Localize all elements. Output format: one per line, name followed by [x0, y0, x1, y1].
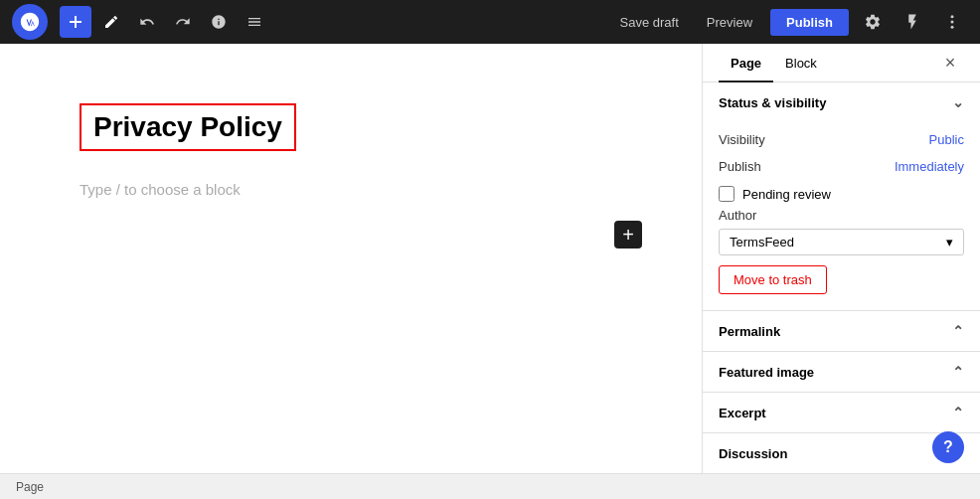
sidebar-tabs: Page Block ×	[703, 44, 980, 83]
chevron-down-icon-permalink: ⌃	[952, 323, 964, 339]
info-icon	[211, 14, 227, 30]
author-label: Author	[719, 208, 964, 223]
section-excerpt: Excerpt ⌃	[703, 393, 980, 433]
chevron-down-icon-excerpt: ⌃	[952, 405, 964, 420]
sidebar: Page Block × Status & visibility ⌄ Visib…	[702, 44, 980, 473]
section-status-visibility-body: Visibility Public Publish Immediately Pe…	[703, 122, 980, 310]
svg-rect-1	[70, 21, 82, 23]
visibility-label: Visibility	[719, 132, 765, 147]
section-excerpt-header[interactable]: Excerpt ⌃	[703, 393, 980, 432]
svg-point-2	[951, 15, 954, 18]
chevron-up-icon: ⌄	[952, 94, 964, 110]
lightning-button[interactable]	[897, 6, 928, 38]
section-excerpt-label: Excerpt	[719, 406, 766, 420]
status-bar: Page	[0, 473, 980, 499]
add-block-inline-button[interactable]: +	[614, 221, 642, 249]
wp-logo	[12, 4, 48, 40]
wordpress-icon	[19, 11, 41, 33]
info-button[interactable]	[203, 6, 235, 38]
publish-button[interactable]: Publish	[770, 9, 849, 36]
redo-button[interactable]	[167, 6, 199, 38]
section-discussion-label: Discussion	[719, 446, 787, 461]
section-permalink-label: Permalink	[719, 324, 780, 339]
add-block-button[interactable]	[60, 6, 91, 38]
chevron-down-icon-featured: ⌃	[952, 364, 964, 380]
edit-button[interactable]	[95, 6, 127, 38]
pending-review-label: Pending review	[742, 187, 831, 202]
ellipsis-icon	[943, 13, 961, 31]
visibility-row: Visibility Public	[719, 126, 964, 153]
settings-button[interactable]	[857, 6, 889, 38]
lightning-icon	[903, 13, 921, 31]
list-view-button[interactable]	[239, 6, 270, 38]
author-value: TermsFeed	[730, 235, 794, 250]
svg-point-3	[951, 21, 954, 24]
section-status-visibility: Status & visibility ⌄ Visibility Public …	[703, 83, 980, 311]
plus-icon	[68, 14, 83, 30]
more-options-button[interactable]	[936, 6, 968, 38]
block-placeholder[interactable]: Type / to choose a block	[80, 181, 622, 198]
section-featured-image: Featured image ⌃	[703, 352, 980, 393]
pending-review-checkbox[interactable]	[719, 186, 735, 202]
section-featured-image-label: Featured image	[719, 365, 814, 380]
section-status-visibility-header[interactable]: Status & visibility ⌄	[703, 83, 980, 122]
author-dropdown-icon: ▾	[946, 235, 953, 250]
move-to-trash-button[interactable]: Move to trash	[719, 265, 827, 294]
visibility-value[interactable]: Public	[929, 132, 964, 147]
gear-icon	[864, 13, 882, 31]
toolbar: Save draft Preview Publish	[0, 0, 980, 44]
editor-area[interactable]: Privacy Policy Type / to choose a block …	[0, 44, 702, 473]
page-title[interactable]: Privacy Policy	[80, 103, 296, 151]
section-permalink-header[interactable]: Permalink ⌃	[703, 311, 980, 351]
undo-icon	[139, 14, 155, 30]
publish-label: Publish	[719, 159, 761, 174]
publish-row: Publish Immediately	[719, 153, 964, 180]
pencil-icon	[103, 14, 119, 30]
section-status-visibility-label: Status & visibility	[719, 95, 826, 110]
toolbar-right: Save draft Preview Publish	[610, 6, 968, 38]
publish-value[interactable]: Immediately	[895, 159, 964, 174]
section-featured-image-header[interactable]: Featured image ⌃	[703, 352, 980, 392]
status-bar-label: Page	[16, 480, 44, 494]
svg-point-4	[951, 26, 954, 29]
redo-icon	[175, 14, 191, 30]
help-button[interactable]: ?	[932, 431, 964, 463]
section-permalink: Permalink ⌃	[703, 311, 980, 352]
list-icon	[246, 14, 262, 30]
tab-block[interactable]: Block	[773, 44, 829, 83]
preview-button[interactable]: Preview	[697, 9, 762, 36]
undo-button[interactable]	[131, 6, 163, 38]
sidebar-close-button[interactable]: ×	[936, 49, 964, 77]
main-layout: Privacy Policy Type / to choose a block …	[0, 44, 980, 473]
pending-review-row: Pending review	[719, 180, 964, 208]
author-select[interactable]: TermsFeed ▾	[719, 229, 964, 255]
save-draft-button[interactable]: Save draft	[610, 9, 689, 36]
tab-page[interactable]: Page	[719, 44, 773, 83]
